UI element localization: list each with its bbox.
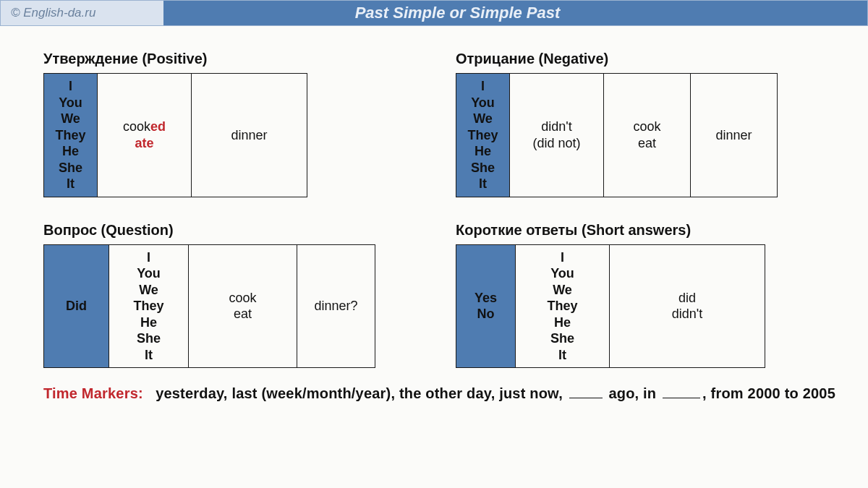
short-no: No (457, 306, 514, 322)
pronoun-i: I (523, 249, 602, 266)
short-title: Короткие ответы (Short answers) (456, 222, 825, 239)
negative-title: Отрицание (Negative) (456, 51, 825, 67)
question-title: Вопрос (Question) (43, 222, 412, 239)
verb-cook-stem: cook (123, 119, 150, 134)
negative-pronouns: I You We They He She It (456, 74, 510, 197)
question-pronouns: I You We They He She It (109, 244, 189, 368)
pronoun-we: We (523, 282, 602, 299)
question-table: Did I You We They He She It cook eat din… (43, 244, 375, 369)
pronoun-we: We (116, 282, 181, 299)
positive-title: Утверждение (Positive) (43, 51, 412, 67)
section-short: Короткие ответы (Short answers) Yes No I… (456, 222, 825, 369)
pronoun-we: We (51, 111, 90, 127)
main-grid: Утверждение (Positive) I You We They He … (0, 26, 868, 368)
marker-otherday: the other day, (399, 385, 495, 401)
verb-eat: eat (190, 306, 296, 322)
pronoun-we: We (464, 111, 502, 127)
negative-object: dinner (691, 74, 778, 197)
pronoun-i: I (51, 78, 90, 95)
pronoun-it: It (523, 347, 602, 364)
positive-object: dinner (192, 74, 307, 197)
aux-didnt: didn't (511, 119, 603, 135)
aux-didnot: (did not) (511, 135, 603, 152)
pronoun-they: They (464, 127, 502, 144)
positive-verb: cooked ate (98, 74, 192, 197)
marker-in-suffix: , (702, 385, 707, 401)
short-didnt: didn't (610, 306, 764, 322)
marker-last: last (week/month/year), (231, 385, 395, 401)
verb-eat: eat (605, 135, 689, 152)
verb-ate: ate (98, 135, 190, 152)
marker-from-to: from 2000 to 2005 (711, 385, 835, 401)
pronoun-i: I (116, 249, 181, 266)
verb-cook-suffix: ed (150, 119, 166, 134)
marker-yesterday: yesterday, (156, 385, 227, 401)
blank-in (663, 386, 700, 398)
negative-verb: cook eat (604, 74, 691, 197)
pronoun-he: He (51, 143, 90, 160)
negative-table: I You We They He She It didn't (did not)… (456, 73, 778, 197)
pronoun-it: It (116, 347, 181, 364)
short-yesno: Yes No (456, 244, 516, 368)
pronoun-he: He (523, 314, 602, 331)
blank-ago (569, 386, 603, 398)
short-table: Yes No I You We They He She It did didn'… (456, 244, 765, 369)
pronoun-she: She (523, 330, 602, 347)
pronoun-he: He (116, 314, 181, 331)
pronoun-they: They (51, 127, 90, 144)
pronoun-i: I (464, 78, 502, 95)
page-title: Past Simple or Simple Past (163, 1, 867, 25)
pronoun-you: You (523, 265, 602, 282)
site-credit: © English-da.ru (1, 1, 163, 25)
pronoun-she: She (464, 160, 502, 176)
pronoun-she: She (116, 330, 181, 347)
header-bar: © English-da.ru Past Simple or Simple Pa… (0, 0, 868, 26)
short-answer: did didn't (610, 244, 765, 368)
pronoun-it: It (464, 176, 502, 192)
positive-table: I You We They He She It cooked ate dinne… (43, 73, 307, 197)
marker-in-prefix: in (643, 385, 656, 401)
pronoun-they: They (523, 298, 602, 314)
positive-pronouns: I You We They He She It (44, 74, 98, 197)
verb-cook: cook (605, 119, 689, 135)
question-aux: Did (44, 244, 109, 368)
short-yes: Yes (457, 290, 514, 307)
pronoun-he: He (464, 143, 502, 160)
pronoun-you: You (51, 95, 90, 111)
section-positive: Утверждение (Positive) I You We They He … (43, 51, 412, 197)
question-object: dinner? (297, 244, 375, 368)
marker-ago-suffix: ago, (608, 385, 639, 401)
pronoun-you: You (464, 95, 502, 111)
section-negative: Отрицание (Negative) I You We They He Sh… (456, 51, 825, 197)
short-pronouns: I You We They He She It (516, 244, 610, 368)
short-did: did (610, 290, 764, 307)
pronoun-she: She (51, 160, 90, 176)
pronoun-it: It (51, 176, 90, 192)
markers-label: Time Markers: (43, 385, 143, 401)
pronoun-you: You (116, 265, 181, 282)
question-verb: cook eat (189, 244, 297, 368)
negative-aux: didn't (did not) (510, 74, 604, 197)
verb-cook: cook (190, 290, 296, 307)
time-markers-line: Time Markers: yesterday, last (week/mont… (0, 368, 868, 402)
pronoun-they: They (116, 298, 181, 314)
marker-justnow: just now, (499, 385, 563, 401)
section-question: Вопрос (Question) Did I You We They He S… (43, 222, 412, 369)
